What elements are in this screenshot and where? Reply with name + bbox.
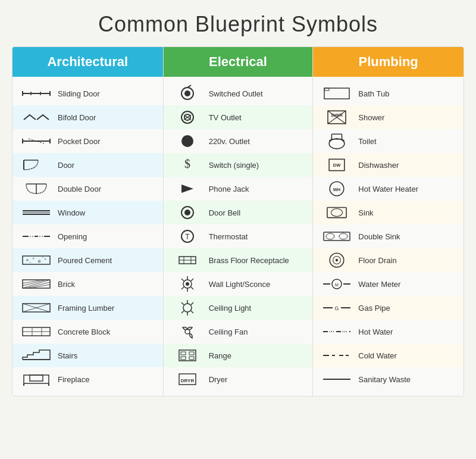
list-item: Range xyxy=(164,344,313,367)
list-item: SHWR Shower xyxy=(313,105,464,129)
bifold-door-icon xyxy=(18,108,54,126)
item-label: Shower xyxy=(358,113,384,122)
svg-line-67 xyxy=(191,287,193,289)
list-item: Ceiling Fan xyxy=(164,320,313,344)
svg-rect-41 xyxy=(30,375,43,381)
item-label: Dryer xyxy=(209,375,228,384)
svg-point-51 xyxy=(181,135,193,147)
arch-header: Architectural xyxy=(12,47,163,77)
sliding-door-icon xyxy=(18,85,54,102)
list-item: Ceiling Light xyxy=(164,296,313,320)
gas-pipe-icon: G xyxy=(319,299,355,317)
dishwasher-icon: DW xyxy=(319,156,355,174)
svg-rect-79 xyxy=(181,352,186,355)
item-label: Door xyxy=(58,161,74,170)
outlet-220v-icon xyxy=(170,132,205,150)
tv-outlet-icon xyxy=(170,108,205,126)
concrete-block-icon xyxy=(18,323,54,341)
list-item: Framing Lumber xyxy=(12,296,163,320)
list-item: 220v. Outlet xyxy=(164,129,313,153)
item-label: Brass Floor Receptacle xyxy=(209,256,289,265)
list-item: Bifold Door xyxy=(12,105,163,129)
svg-rect-80 xyxy=(189,352,194,355)
list-item: G Gas Pipe xyxy=(313,296,464,320)
list-item: Hot Water xyxy=(313,320,464,344)
list-item: M Water Meter xyxy=(313,272,464,296)
window-icon xyxy=(18,204,54,221)
svg-point-92 xyxy=(329,139,345,149)
svg-point-24 xyxy=(30,262,31,263)
svg-text:G: G xyxy=(335,305,339,311)
list-item: Brick xyxy=(12,272,163,296)
list-item: Door Bell xyxy=(164,201,313,224)
item-label: Floor Drain xyxy=(358,256,396,265)
range-icon xyxy=(170,346,205,364)
brass-floor-receptacle-icon xyxy=(170,251,205,269)
svg-line-76 xyxy=(181,311,184,313)
list-item: Sink xyxy=(313,201,464,224)
svg-point-100 xyxy=(331,209,343,217)
svg-line-65 xyxy=(181,279,184,281)
thermostat-icon: T xyxy=(170,227,205,245)
svg-text:SHWR: SHWR xyxy=(331,113,343,117)
sink-icon xyxy=(319,204,355,221)
item-label: Wall Light/Sconce xyxy=(209,280,271,289)
list-item: Switched Outlet xyxy=(164,82,313,105)
item-label: Toilet xyxy=(358,137,376,146)
item-label: 220v. Outlet xyxy=(209,137,250,146)
svg-rect-82 xyxy=(189,357,194,360)
wall-light-icon xyxy=(170,275,205,293)
svg-line-64 xyxy=(191,279,193,281)
svg-point-22 xyxy=(38,260,41,263)
item-label: Window xyxy=(58,208,85,217)
switched-outlet-icon xyxy=(170,85,205,102)
fireplace-icon xyxy=(18,370,54,388)
brick-icon xyxy=(18,275,54,293)
svg-point-25 xyxy=(42,257,43,258)
list-item: Concrete Block xyxy=(12,320,163,344)
sanitary-waste-icon xyxy=(319,370,355,388)
item-label: Brick xyxy=(58,280,75,289)
hot-water-pipe-icon xyxy=(319,323,355,341)
page-title: Common Blueprint Symbols xyxy=(98,12,378,37)
item-label: Poured Cement xyxy=(58,256,112,265)
list-item: Floor Drain xyxy=(313,248,464,272)
item-label: Fireplace xyxy=(58,375,89,384)
svg-point-106 xyxy=(336,259,338,261)
list-item: Toilet xyxy=(313,129,464,153)
svg-text:$: $ xyxy=(184,157,190,170)
svg-point-20 xyxy=(26,259,29,261)
svg-point-45 xyxy=(184,90,190,96)
svg-line-46 xyxy=(187,85,191,88)
switch-single-icon: $ xyxy=(170,156,205,174)
list-item: WH Hot Water Heater xyxy=(313,177,464,201)
item-label: Ceiling Fan xyxy=(209,327,248,336)
list-item: Poured Cement xyxy=(12,248,163,272)
list-item: TV Outlet xyxy=(164,105,313,129)
list-item: Sliding Door xyxy=(12,82,163,105)
list-item: DW Dishwasher xyxy=(313,153,464,177)
svg-rect-101 xyxy=(324,232,350,241)
item-label: Switch (single) xyxy=(209,161,259,170)
svg-text:WH: WH xyxy=(333,187,341,192)
svg-text:DRYR: DRYR xyxy=(180,378,194,383)
shower-icon: SHWR xyxy=(319,108,355,126)
svg-point-55 xyxy=(184,210,190,216)
svg-text:M: M xyxy=(335,283,339,287)
item-label: Door Bell xyxy=(209,208,240,217)
item-label: Dishwasher xyxy=(358,161,399,170)
door-icon xyxy=(18,156,54,174)
item-label: Framing Lumber xyxy=(58,304,114,313)
item-label: Opening xyxy=(58,232,87,241)
poured-cement-icon xyxy=(18,251,54,269)
framing-lumber-icon xyxy=(18,299,54,317)
water-meter-icon: M xyxy=(319,275,355,293)
electrical-column: Electrical Switched Outlet xyxy=(163,47,314,396)
svg-point-103 xyxy=(339,233,347,239)
item-label: Stairs xyxy=(58,351,77,360)
item-label: Hot Water Heater xyxy=(358,185,418,193)
svg-point-23 xyxy=(45,258,46,260)
item-label: Water Meter xyxy=(358,280,400,289)
item-label: Sanitary Waste xyxy=(358,375,411,384)
svg-line-68 xyxy=(181,287,184,289)
